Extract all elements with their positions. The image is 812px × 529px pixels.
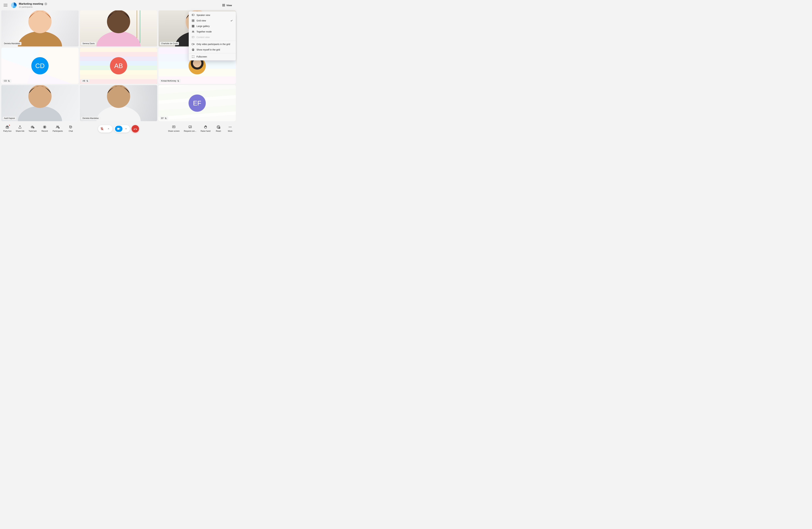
fullscreen-icon [192, 55, 194, 58]
request-control-button[interactable]: Request con... [184, 125, 196, 132]
mic-off-icon [86, 80, 88, 82]
call-controls [98, 125, 139, 132]
svg-point-45 [193, 49, 193, 50]
participant-name-label: Kristal McKinney [160, 79, 180, 83]
view-menu-label: Together mode [197, 30, 212, 33]
gear-icon[interactable] [44, 3, 47, 5]
view-menu-together[interactable]: Together mode [189, 29, 236, 34]
participants-icon [56, 125, 60, 129]
view-menu-label: Show myself in the grid [197, 48, 220, 51]
participant-tile[interactable]: Aadi Kapoor [1, 85, 78, 121]
svg-point-6 [28, 10, 52, 33]
bottombar-right-group: Share screen Request con... Raise hand R… [168, 125, 234, 132]
participant-tile[interactable]: AB AB [80, 48, 157, 84]
participant-tile[interactable]: Deniela Mandelas [1, 10, 78, 46]
more-button[interactable]: More [227, 125, 234, 132]
raise-hand-icon [203, 125, 208, 129]
party-box-button[interactable]: Party box [3, 125, 12, 132]
hamburger-button[interactable] [3, 3, 8, 7]
avatar-initials: EF [189, 95, 206, 112]
record-button[interactable]: Record [41, 125, 48, 132]
view-menu-large[interactable]: Large gallery [189, 24, 236, 29]
svg-point-5 [18, 31, 62, 47]
svg-point-19 [97, 106, 141, 121]
self-icon [192, 48, 194, 51]
record-label: Record [42, 130, 48, 132]
svg-rect-2 [224, 4, 225, 5]
share-screen-button[interactable]: Share screen [168, 125, 179, 132]
svg-rect-40 [192, 36, 194, 38]
participant-tile[interactable]: Serena Davis [80, 10, 157, 46]
mic-control [98, 125, 112, 132]
svg-rect-74 [117, 128, 119, 130]
share-screen-label: Share screen [168, 130, 179, 132]
svg-point-17 [18, 106, 62, 121]
svg-rect-30 [193, 25, 193, 26]
check-icon [230, 19, 233, 22]
participants-label: Participants [53, 130, 63, 132]
share-link-button[interactable]: Share link [16, 125, 24, 132]
raise-hand-button[interactable]: Raise hand [201, 125, 211, 132]
view-menu-grid[interactable]: Grid view [189, 18, 236, 24]
participant-tile[interactable]: CD CD [1, 48, 78, 84]
participant-name-label: Aadi Kapoor [3, 117, 16, 120]
meeting-title: Marketing meeting [19, 2, 43, 5]
svg-point-71 [231, 127, 232, 127]
svg-rect-25 [192, 19, 193, 20]
hang-up-button[interactable] [132, 125, 139, 132]
view-menu-speaker[interactable]: Speaker view [189, 12, 236, 18]
participant-name-label: Charlotte de Crum [160, 42, 179, 45]
participant-name: Serena Davis [83, 42, 95, 45]
svg-point-65 [219, 127, 219, 127]
svg-rect-35 [192, 27, 193, 27]
participant-name-label: Serena Davis [81, 42, 96, 45]
svg-point-18 [28, 85, 52, 108]
svg-point-0 [45, 3, 46, 4]
notification-dot [9, 125, 10, 126]
twincam-button[interactable]: TwinCam [29, 125, 37, 132]
participant-name: EF [161, 117, 164, 119]
view-button[interactable]: View [220, 3, 233, 8]
participant-tile[interactable]: Deniela Mandelas [80, 85, 157, 121]
more-label: More [228, 130, 232, 132]
view-menu-self[interactable]: Show myself in the grid [189, 47, 236, 53]
svg-rect-3 [222, 5, 223, 6]
view-button-label: View [227, 4, 232, 7]
camera-options-button[interactable] [123, 125, 129, 132]
view-menu-fullscreen[interactable]: Fullscreen [189, 54, 236, 59]
react-button[interactable]: React [215, 125, 222, 132]
svg-rect-29 [192, 25, 193, 26]
bottombar-left-group: Party box Share link TwinCam Record Part… [3, 125, 74, 132]
svg-point-70 [230, 127, 230, 127]
participant-name: AB [83, 80, 85, 82]
participant-name: Kristal McKinney [161, 80, 176, 82]
react-label: React [216, 130, 221, 132]
party-box-label: Party box [3, 130, 12, 132]
mic-options-button[interactable] [105, 125, 112, 132]
mic-off-icon [177, 80, 179, 82]
camera-toggle-button[interactable] [115, 126, 122, 132]
app-logo [11, 2, 17, 8]
mic-toggle-button[interactable] [99, 125, 105, 132]
svg-rect-27 [192, 21, 193, 22]
participants-button[interactable]: Participants [53, 125, 63, 132]
svg-rect-1 [222, 4, 223, 5]
view-menu: Speaker view Grid view Large gallery Tog… [189, 11, 236, 60]
svg-point-69 [229, 127, 230, 127]
record-icon [43, 125, 47, 129]
participant-name-label: CD [3, 79, 11, 83]
meeting-heading: Marketing meeting 12 participants [19, 2, 47, 8]
participant-name-label: EF [160, 117, 168, 120]
grid-icon [222, 4, 225, 7]
svg-point-20 [107, 85, 130, 108]
svg-point-8 [107, 10, 130, 33]
chat-button[interactable]: Chat [67, 125, 74, 132]
participant-tile[interactable]: EF EF [159, 85, 236, 121]
view-menu-label: Fullscreen [197, 55, 207, 58]
grid-icon [192, 19, 194, 22]
view-menu-video-only[interactable]: Only video participants in the grid [189, 41, 236, 47]
svg-point-55 [58, 126, 59, 127]
video-only-icon [192, 43, 194, 46]
participant-count: 12 participants [19, 6, 47, 8]
together-icon [192, 30, 194, 33]
